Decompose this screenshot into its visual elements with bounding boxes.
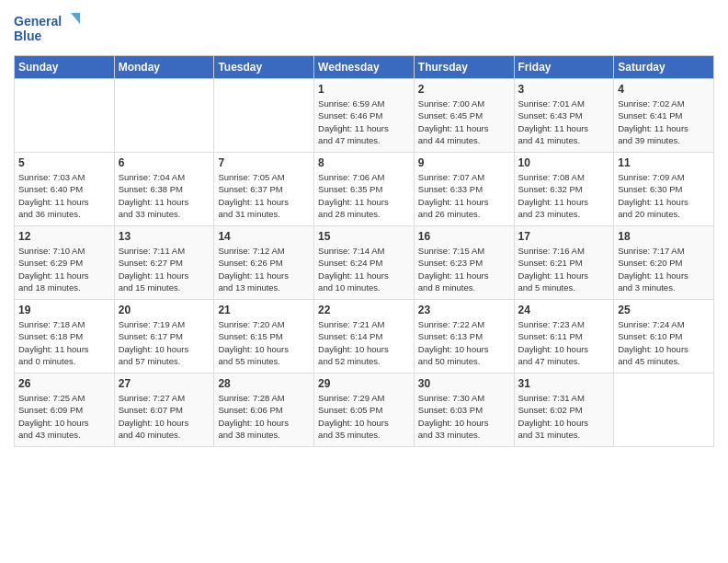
calendar-cell [214, 79, 314, 153]
week-row-1: 1Sunrise: 6:59 AM Sunset: 6:46 PM Daylig… [15, 79, 714, 153]
day-number: 11 [618, 156, 710, 169]
day-number: 4 [618, 83, 710, 96]
svg-text:Blue: Blue [14, 29, 42, 43]
weekday-header-saturday: Saturday [614, 56, 714, 79]
weekday-header-sunday: Sunday [15, 56, 115, 79]
cell-content: Sunrise: 7:07 AM Sunset: 6:33 PM Dayligh… [418, 171, 510, 220]
svg-marker-2 [71, 13, 80, 24]
cell-content: Sunrise: 7:09 AM Sunset: 6:30 PM Dayligh… [618, 171, 710, 220]
cell-content: Sunrise: 7:15 AM Sunset: 6:23 PM Dayligh… [418, 245, 510, 293]
calendar-cell: 21Sunrise: 7:20 AM Sunset: 6:15 PM Dayli… [214, 300, 314, 373]
day-number: 3 [518, 83, 610, 96]
calendar-cell: 18Sunrise: 7:17 AM Sunset: 6:20 PM Dayli… [614, 226, 714, 300]
day-number: 19 [18, 304, 110, 316]
day-number: 20 [119, 304, 210, 316]
cell-content: Sunrise: 7:18 AM Sunset: 6:18 PM Dayligh… [18, 318, 110, 367]
cell-content: Sunrise: 7:21 AM Sunset: 6:14 PM Dayligh… [318, 318, 410, 367]
calendar-cell: 31Sunrise: 7:31 AM Sunset: 6:02 PM Dayli… [514, 373, 614, 447]
week-row-2: 5Sunrise: 7:03 AM Sunset: 6:40 PM Daylig… [15, 153, 714, 226]
logo-svg: General Blue [14, 9, 87, 50]
calendar-cell: 23Sunrise: 7:22 AM Sunset: 6:13 PM Dayli… [414, 300, 514, 373]
cell-content: Sunrise: 7:16 AM Sunset: 6:21 PM Dayligh… [518, 245, 610, 293]
week-row-5: 26Sunrise: 7:25 AM Sunset: 6:09 PM Dayli… [15, 373, 714, 447]
calendar-cell: 11Sunrise: 7:09 AM Sunset: 6:30 PM Dayli… [614, 153, 714, 226]
day-number: 2 [418, 83, 510, 96]
day-number: 8 [318, 156, 410, 169]
svg-text:General: General [14, 14, 62, 29]
calendar-cell [114, 79, 214, 153]
weekday-header-wednesday: Wednesday [314, 56, 415, 79]
cell-content: Sunrise: 7:01 AM Sunset: 6:43 PM Dayligh… [518, 98, 610, 146]
day-number: 23 [418, 304, 510, 316]
cell-content: Sunrise: 7:06 AM Sunset: 6:35 PM Dayligh… [318, 171, 410, 220]
cell-content: Sunrise: 7:27 AM Sunset: 6:07 PM Dayligh… [119, 392, 210, 441]
day-number: 22 [318, 304, 410, 316]
day-number: 6 [119, 156, 210, 169]
day-number: 15 [318, 230, 410, 243]
calendar-cell: 19Sunrise: 7:18 AM Sunset: 6:18 PM Dayli… [15, 300, 115, 373]
calendar-cell: 17Sunrise: 7:16 AM Sunset: 6:21 PM Dayli… [514, 226, 614, 300]
calendar-cell: 2Sunrise: 7:00 AM Sunset: 6:45 PM Daylig… [414, 79, 514, 153]
cell-content: Sunrise: 7:30 AM Sunset: 6:03 PM Dayligh… [418, 392, 510, 441]
cell-content: Sunrise: 7:10 AM Sunset: 6:29 PM Dayligh… [18, 245, 110, 293]
calendar-cell: 25Sunrise: 7:24 AM Sunset: 6:10 PM Dayli… [614, 300, 714, 373]
header: General Blue [14, 9, 714, 50]
day-number: 17 [518, 230, 610, 243]
day-number: 30 [418, 377, 510, 390]
cell-content: Sunrise: 7:24 AM Sunset: 6:10 PM Dayligh… [618, 318, 710, 367]
calendar-cell: 10Sunrise: 7:08 AM Sunset: 6:32 PM Dayli… [514, 153, 614, 226]
cell-content: Sunrise: 7:04 AM Sunset: 6:38 PM Dayligh… [119, 171, 210, 220]
cell-content: Sunrise: 7:19 AM Sunset: 6:17 PM Dayligh… [119, 318, 210, 367]
cell-content: Sunrise: 7:11 AM Sunset: 6:27 PM Dayligh… [119, 245, 210, 293]
cell-content: Sunrise: 7:29 AM Sunset: 6:05 PM Dayligh… [318, 392, 410, 441]
calendar-cell: 5Sunrise: 7:03 AM Sunset: 6:40 PM Daylig… [15, 153, 115, 226]
day-number: 1 [318, 83, 410, 96]
cell-content: Sunrise: 7:20 AM Sunset: 6:15 PM Dayligh… [218, 318, 310, 367]
day-number: 31 [518, 377, 610, 390]
calendar-cell: 1Sunrise: 6:59 AM Sunset: 6:46 PM Daylig… [314, 79, 415, 153]
calendar-cell: 14Sunrise: 7:12 AM Sunset: 6:26 PM Dayli… [214, 226, 314, 300]
calendar-cell: 24Sunrise: 7:23 AM Sunset: 6:11 PM Dayli… [514, 300, 614, 373]
weekday-header-thursday: Thursday [414, 56, 514, 79]
cell-content: Sunrise: 7:31 AM Sunset: 6:02 PM Dayligh… [518, 392, 610, 441]
day-number: 5 [18, 156, 110, 169]
cell-content: Sunrise: 7:08 AM Sunset: 6:32 PM Dayligh… [518, 171, 610, 220]
cell-content: Sunrise: 7:17 AM Sunset: 6:20 PM Dayligh… [618, 245, 710, 293]
calendar-page: General Blue SundayMondayTuesdayWednesda… [0, 0, 728, 456]
day-number: 10 [518, 156, 610, 169]
calendar-cell: 8Sunrise: 7:06 AM Sunset: 6:35 PM Daylig… [314, 153, 415, 226]
day-number: 28 [218, 377, 310, 390]
day-number: 27 [119, 377, 210, 390]
calendar-cell: 7Sunrise: 7:05 AM Sunset: 6:37 PM Daylig… [214, 153, 314, 226]
calendar-cell [15, 79, 115, 153]
calendar-cell: 29Sunrise: 7:29 AM Sunset: 6:05 PM Dayli… [314, 373, 415, 447]
cell-content: Sunrise: 7:00 AM Sunset: 6:45 PM Dayligh… [418, 98, 510, 146]
week-row-4: 19Sunrise: 7:18 AM Sunset: 6:18 PM Dayli… [15, 300, 714, 373]
calendar-cell: 16Sunrise: 7:15 AM Sunset: 6:23 PM Dayli… [414, 226, 514, 300]
day-number: 25 [618, 304, 710, 316]
weekday-header-row: SundayMondayTuesdayWednesdayThursdayFrid… [15, 56, 714, 79]
weekday-header-monday: Monday [114, 56, 214, 79]
week-row-3: 12Sunrise: 7:10 AM Sunset: 6:29 PM Dayli… [15, 226, 714, 300]
calendar-table: SundayMondayTuesdayWednesdayThursdayFrid… [14, 55, 714, 447]
day-number: 24 [518, 304, 610, 316]
cell-content: Sunrise: 7:28 AM Sunset: 6:06 PM Dayligh… [218, 392, 310, 441]
weekday-header-friday: Friday [514, 56, 614, 79]
day-number: 26 [18, 377, 110, 390]
cell-content: Sunrise: 7:22 AM Sunset: 6:13 PM Dayligh… [418, 318, 510, 367]
calendar-cell: 28Sunrise: 7:28 AM Sunset: 6:06 PM Dayli… [214, 373, 314, 447]
calendar-cell: 3Sunrise: 7:01 AM Sunset: 6:43 PM Daylig… [514, 79, 614, 153]
logo: General Blue [14, 9, 87, 50]
cell-content: Sunrise: 7:23 AM Sunset: 6:11 PM Dayligh… [518, 318, 610, 367]
calendar-cell [614, 373, 714, 447]
calendar-cell: 4Sunrise: 7:02 AM Sunset: 6:41 PM Daylig… [614, 79, 714, 153]
calendar-cell: 13Sunrise: 7:11 AM Sunset: 6:27 PM Dayli… [114, 226, 214, 300]
day-number: 16 [418, 230, 510, 243]
day-number: 18 [618, 230, 710, 243]
day-number: 12 [18, 230, 110, 243]
cell-content: Sunrise: 7:12 AM Sunset: 6:26 PM Dayligh… [218, 245, 310, 293]
calendar-cell: 22Sunrise: 7:21 AM Sunset: 6:14 PM Dayli… [314, 300, 415, 373]
calendar-cell: 12Sunrise: 7:10 AM Sunset: 6:29 PM Dayli… [15, 226, 115, 300]
cell-content: Sunrise: 7:25 AM Sunset: 6:09 PM Dayligh… [18, 392, 110, 441]
day-number: 29 [318, 377, 410, 390]
